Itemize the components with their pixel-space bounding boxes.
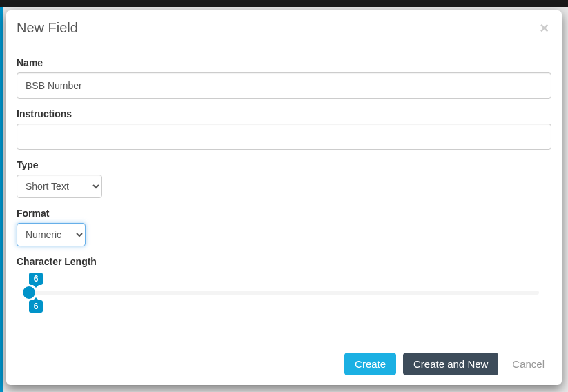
slider-min-badge: 6 [29, 273, 43, 285]
modal-body: Name Instructions Type Short Text Format… [6, 46, 562, 343]
cancel-button[interactable]: Cancel [505, 353, 551, 375]
format-label: Format [17, 208, 551, 219]
name-label: Name [17, 57, 551, 68]
char-length-slider: 6 6 [29, 273, 539, 313]
new-field-modal: New Field × Name Instructions Type Short… [6, 10, 562, 385]
slider-max-badge: 6 [29, 300, 43, 313]
modal-title: New Field [17, 20, 78, 36]
char-length-group: Character Length 6 6 [17, 256, 551, 313]
close-button[interactable]: × [537, 21, 551, 36]
modal-header: New Field × [6, 10, 562, 46]
instructions-input[interactable] [17, 124, 551, 150]
type-label: Type [17, 159, 551, 170]
format-select[interactable]: Numeric [17, 223, 86, 246]
name-input[interactable] [17, 72, 551, 99]
name-group: Name [17, 57, 551, 99]
create-and-new-button[interactable]: Create and New [403, 353, 498, 375]
format-group: Format Numeric [17, 208, 551, 246]
instructions-label: Instructions [17, 108, 551, 119]
type-group: Type Short Text [17, 159, 551, 198]
create-button[interactable]: Create [344, 353, 396, 375]
type-select[interactable]: Short Text [17, 175, 102, 198]
modal-footer: Create Create and New Cancel [6, 343, 562, 385]
slider-track[interactable] [29, 291, 539, 295]
char-length-label: Character Length [17, 256, 551, 267]
instructions-group: Instructions [17, 108, 551, 150]
